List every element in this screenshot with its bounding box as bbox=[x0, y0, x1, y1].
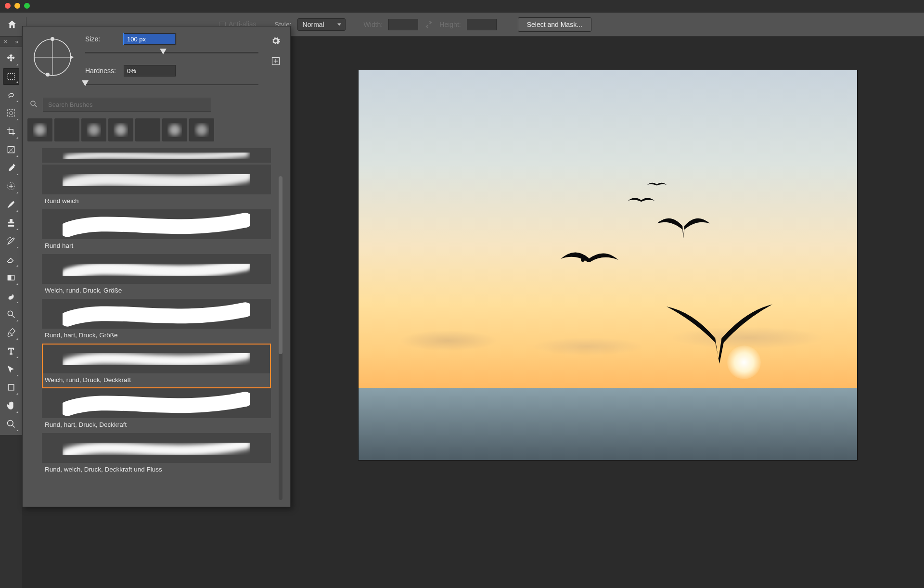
rectangular-marquee-tool[interactable] bbox=[3, 68, 19, 85]
minimize-window-button[interactable] bbox=[14, 3, 20, 9]
svg-point-15 bbox=[581, 258, 585, 262]
home-icon[interactable] bbox=[7, 19, 17, 30]
brush-list-item-label: Rund, weich, Druck, Deckkraft und Fluss bbox=[42, 463, 271, 476]
brush-size-input[interactable] bbox=[124, 33, 176, 45]
svg-point-29 bbox=[88, 124, 100, 136]
left-toolbar bbox=[0, 47, 22, 435]
close-tab-icon[interactable]: × bbox=[4, 38, 7, 45]
brush-stroke-preview bbox=[42, 433, 271, 463]
new-brush-icon[interactable] bbox=[271, 56, 281, 66]
svg-point-27 bbox=[34, 124, 46, 136]
type-tool[interactable] bbox=[3, 343, 19, 359]
eyedropper-tool[interactable] bbox=[3, 160, 19, 176]
brush-tool[interactable] bbox=[3, 196, 19, 213]
brush-list-scrollbar[interactable] bbox=[279, 176, 282, 500]
brush-hardness-slider[interactable] bbox=[85, 80, 258, 89]
brush-stroke-preview bbox=[42, 388, 271, 418]
brush-list-item-label: Weich, rund, Druck, Deckkraft bbox=[42, 373, 271, 386]
frame-tool[interactable] bbox=[3, 141, 19, 158]
brush-size-slider[interactable] bbox=[85, 49, 258, 57]
svg-point-13 bbox=[8, 421, 13, 426]
brush-tip-preset[interactable] bbox=[162, 118, 187, 141]
style-value: Normal bbox=[303, 21, 324, 28]
brush-settings-gear-icon[interactable] bbox=[271, 36, 281, 46]
brush-list-item[interactable]: Weich, rund, Druck, Deckkraft bbox=[42, 344, 271, 388]
smudge-tool[interactable] bbox=[3, 288, 19, 304]
height-label: Height: bbox=[439, 21, 461, 28]
quick-selection-tool[interactable] bbox=[3, 105, 19, 121]
image-bird bbox=[657, 215, 710, 241]
dodge-tool[interactable] bbox=[3, 306, 19, 322]
brush-stroke-preview bbox=[42, 344, 271, 373]
path-selection-tool[interactable] bbox=[3, 361, 19, 377]
brush-list-item[interactable]: Rund weich bbox=[42, 165, 271, 209]
image-bird bbox=[628, 195, 654, 206]
svg-point-28 bbox=[59, 122, 75, 138]
image-bird bbox=[561, 248, 618, 272]
brush-tip-preset[interactable] bbox=[81, 118, 106, 141]
brush-list-item-label: Weich, rund, Druck, Größe bbox=[42, 284, 271, 297]
brush-tip-preset[interactable] bbox=[189, 118, 214, 141]
brush-list-item-label: Rund, hart, Druck, Größe bbox=[42, 329, 271, 342]
select-and-mask-button[interactable]: Select and Mask... bbox=[518, 17, 591, 32]
brush-list-item-label: Rund weich bbox=[42, 194, 271, 207]
brush-stroke-preview bbox=[42, 299, 271, 329]
window-controls bbox=[5, 3, 30, 9]
hand-tool[interactable] bbox=[3, 397, 19, 414]
svg-point-20 bbox=[46, 73, 50, 77]
clone-stamp-tool[interactable] bbox=[3, 215, 19, 231]
svg-line-14 bbox=[13, 425, 14, 427]
brush-tip-preset[interactable] bbox=[54, 118, 79, 141]
crop-tool[interactable] bbox=[3, 123, 19, 140]
svg-rect-9 bbox=[8, 275, 11, 280]
hardness-label: Hardness: bbox=[85, 67, 119, 75]
close-window-button[interactable] bbox=[5, 3, 11, 9]
svg-point-32 bbox=[169, 124, 180, 136]
style-select[interactable]: Normal bbox=[297, 18, 346, 31]
brush-tip-preset[interactable] bbox=[108, 118, 133, 141]
swap-dimensions-icon bbox=[424, 20, 434, 29]
rectangle-tool[interactable] bbox=[3, 379, 19, 396]
brush-list-item[interactable]: Rund, hart, Druck, Größe bbox=[42, 299, 271, 344]
brush-list: Rund weichRund hartWeich, rund, Druck, G… bbox=[23, 148, 290, 507]
brush-list-item[interactable]: Rund, weich, Druck, Deckkraft und Fluss bbox=[42, 433, 271, 478]
zoom-window-button[interactable] bbox=[24, 3, 30, 9]
image-clouds bbox=[359, 306, 857, 364]
brush-stroke-preview bbox=[42, 165, 271, 194]
svg-marker-21 bbox=[70, 55, 74, 60]
lasso-tool[interactable] bbox=[3, 87, 19, 103]
eraser-tool[interactable] bbox=[3, 251, 19, 268]
move-tool[interactable] bbox=[3, 50, 19, 66]
svg-rect-1 bbox=[8, 110, 15, 117]
svg-point-31 bbox=[140, 122, 155, 138]
svg-rect-12 bbox=[8, 384, 14, 390]
brush-list-item[interactable]: Rund hart bbox=[42, 209, 271, 254]
svg-rect-0 bbox=[8, 73, 14, 79]
brush-list-item[interactable]: Weich, rund, Druck, Größe bbox=[42, 254, 271, 299]
document-canvas[interactable] bbox=[359, 70, 857, 460]
brush-list-item[interactable] bbox=[42, 148, 271, 165]
title-bar bbox=[0, 0, 924, 13]
brush-search-input[interactable] bbox=[43, 98, 211, 112]
zoom-tool[interactable] bbox=[3, 416, 19, 432]
brush-stroke-preview bbox=[42, 209, 271, 239]
history-brush-tool[interactable] bbox=[3, 233, 19, 249]
brush-dynamics-wheel[interactable] bbox=[28, 33, 77, 81]
height-input bbox=[467, 19, 497, 30]
svg-point-19 bbox=[51, 37, 54, 41]
healing-brush-tool[interactable] bbox=[3, 178, 19, 194]
brush-stroke-preview bbox=[42, 148, 271, 163]
svg-point-2 bbox=[10, 112, 13, 115]
expand-tab-icon[interactable]: » bbox=[15, 38, 18, 45]
brush-tip-row bbox=[23, 116, 290, 148]
gradient-tool[interactable] bbox=[3, 269, 19, 286]
brush-picker-panel: Size: Hardness: bbox=[22, 26, 291, 507]
svg-point-30 bbox=[115, 124, 127, 136]
brush-tip-preset[interactable] bbox=[135, 118, 160, 141]
search-icon bbox=[29, 100, 38, 110]
brush-hardness-input[interactable] bbox=[124, 65, 176, 77]
pen-tool[interactable] bbox=[3, 324, 19, 341]
brush-tip-preset[interactable] bbox=[27, 118, 52, 141]
brush-list-item[interactable]: Rund, hart, Druck, Deckkraft bbox=[42, 388, 271, 433]
width-input bbox=[388, 19, 418, 30]
